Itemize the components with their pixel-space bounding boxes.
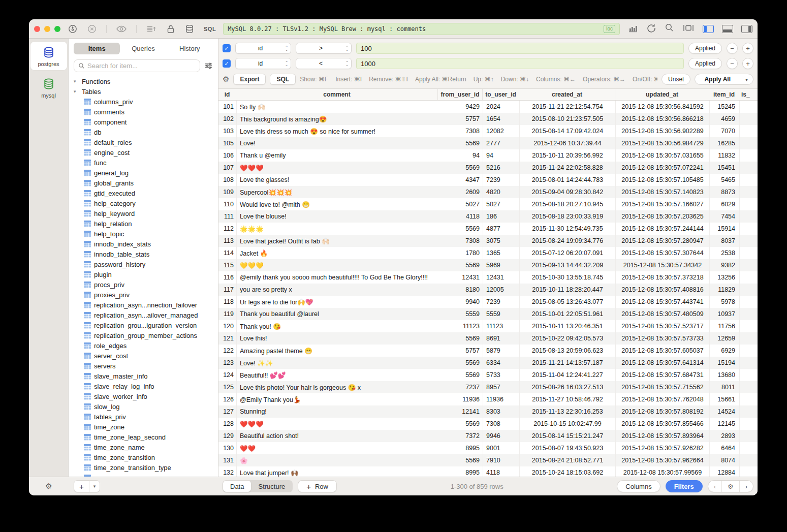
cell-updated-at[interactable]: 2015-12-08 15:30:57.203625 [615,210,709,223]
cell-item-id[interactable]: 6929 [709,345,739,357]
cell-to-user-id[interactable]: 94 [483,149,519,162]
table-tree-item[interactable]: procs_priv [69,279,218,290]
cell-item-id[interactable]: 11832 [709,149,739,162]
search-input[interactable] [87,62,196,70]
table-tree-item[interactable]: password_history [69,259,218,269]
cell-id[interactable]: 106 [218,149,236,162]
cell-comment[interactable]: 🌸 [236,454,438,466]
cell-from-user-id[interactable]: 7372 [438,430,483,442]
disconnect-icon[interactable] [87,24,97,34]
cell-created-at[interactable]: 2015-11-27 10:58:46.792 [519,393,615,405]
cell-is[interactable] [739,405,758,418]
cell-comment[interactable]: ❤️❤️ [236,442,438,454]
cell-created-at[interactable]: 2015-12-06 10:37:39.44 [519,137,615,149]
cell-created-at[interactable]: 2015-08-07 19:43:50.923 [519,442,615,454]
table-tree-item[interactable]: replication_asyn...ailover_managed [69,310,218,320]
table-tree-item[interactable]: help_keyword [69,208,218,218]
cell-created-at[interactable]: 2015-11-30 12:54:49.735 [519,223,615,235]
cell-comment[interactable]: This background is amazing😍 [236,113,438,125]
cell-is[interactable] [739,149,758,162]
cell-to-user-id[interactable]: 8691 [483,332,519,345]
cell-item-id[interactable]: 2893 [709,430,739,442]
cell-to-user-id[interactable]: 5559 [483,308,519,320]
cell-updated-at[interactable]: 2015-12-08 15:30:57.443741 [615,296,709,308]
chevron-down-icon[interactable]: ▾ [89,484,100,489]
cell-comment[interactable]: 🌟🌟🌟 [236,223,438,235]
preview-eye-icon[interactable] [116,24,127,34]
column-header-id[interactable]: id [218,89,236,100]
column-header-item-id[interactable]: item_id [709,89,739,100]
cell-updated-at[interactable]: 2015-12-08 15:30:57.307644 [615,247,709,259]
cell-created-at[interactable]: 2015-11-13 22:30:16.253 [519,405,615,418]
table-row[interactable]: 110 Would love to! @mith 😁 5027 5027 201… [218,198,758,210]
filter-operator-select[interactable]: < ⌃⌃ [296,58,352,69]
cell-id[interactable]: 110 [218,198,236,210]
cell-updated-at[interactable]: 2015-12-08 15:30:57.762048 [615,393,709,405]
cell-updated-at[interactable]: 2015-12-08 15:30:57.105485 [615,174,709,186]
cell-comment[interactable]: Love that jacket! Outfit is fab 🙌🏻 [236,235,438,247]
cell-id[interactable]: 125 [218,381,236,393]
cell-is[interactable] [739,454,758,466]
tab-history[interactable]: History [167,43,213,54]
center-panel-icon[interactable] [682,23,695,35]
cell-comment[interactable]: Love! ✨✨ [236,357,438,369]
columns-button[interactable]: Columns [617,480,660,492]
table-tree-item[interactable]: func [69,158,218,168]
search-icon[interactable] [665,23,674,35]
cell-to-user-id[interactable]: 2777 [483,137,519,149]
filter-value-input[interactable] [356,58,684,69]
cell-is[interactable] [739,357,758,369]
table-tree-item[interactable]: tables_priv [69,412,218,422]
cell-comment[interactable]: Stunning! [236,405,438,418]
cell-created-at[interactable]: 2015-10-22 09:42:05.573 [519,332,615,345]
cell-is[interactable] [739,381,758,393]
cell-id[interactable]: 115 [218,259,236,271]
cell-item-id[interactable]: 13256 [709,271,739,284]
chevron-down-icon[interactable]: ▾ [740,77,753,82]
cell-from-user-id[interactable]: 5569 [438,162,483,174]
tab-items[interactable]: Items [74,43,120,54]
cell-updated-at[interactable]: 2015-12-08 15:30:57.34342 [615,259,709,271]
table-tree-item[interactable]: innodb_index_stats [69,239,218,249]
cell-updated-at[interactable]: 2015-12-08 15:30:57.808192 [615,405,709,418]
cell-comment[interactable]: you are so pretty x [236,284,438,296]
connect-icon[interactable] [68,24,78,34]
sql-editor-icon[interactable]: SQL [204,26,216,32]
cell-is[interactable] [739,174,758,186]
cell-updated-at[interactable]: 2015-12-08 15:30:56.866218 [615,113,709,125]
cell-id[interactable]: 127 [218,405,236,418]
cell-comment[interactable]: Beautiful action shot! [236,430,438,442]
cell-created-at[interactable]: 2015-08-13 20:59:06.623 [519,345,615,357]
cell-item-id[interactable]: 13680 [709,369,739,381]
table-row[interactable]: 108 Love the glasses! 4347 7239 2015-08-… [218,174,758,186]
cell-from-user-id[interactable]: 5569 [438,369,483,381]
cell-updated-at[interactable]: 2015-12-08 15:30:57.373218 [615,271,709,284]
table-row[interactable]: 118 Ur legs are to die for🙌💖 9940 7239 2… [218,296,758,308]
table-tree-item[interactable]: replication_group_member_actions [69,330,218,340]
cell-to-user-id[interactable]: 1654 [483,113,519,125]
table-row[interactable]: 121 Love this! 5569 8691 2015-10-22 09:4… [218,332,758,345]
table-row[interactable]: 109 Supercool💥💥💥 2609 4820 2015-09-04 09… [218,186,758,198]
cell-comment[interactable]: Ur legs are to die for🙌💖 [236,296,438,308]
cell-created-at[interactable]: 2015-08-18 20:27:10.945 [519,198,615,210]
cell-updated-at[interactable]: 2015-12-08 15:30:57.99569 [615,466,709,477]
cell-created-at[interactable]: 2015-08-24 19:09:34.776 [519,235,615,247]
table-tree-item[interactable]: replication_asyn...nnection_failover [69,300,218,310]
cell-id[interactable]: 118 [218,296,236,308]
process-list-icon[interactable] [146,24,157,34]
add-row-button[interactable]: + Row [298,480,337,492]
table-row[interactable]: 131 🌸 5569 7910 2015-08-24 21:08:52.771 … [218,454,758,466]
cell-to-user-id[interactable]: 5216 [483,162,519,174]
filter-enabled-checkbox[interactable]: ✓ [223,44,231,52]
cell-updated-at[interactable]: 2015-12-08 15:30:57.280947 [615,235,709,247]
filter-column-select[interactable]: id ⌃⌃ [235,43,291,54]
database-icon[interactable] [184,24,195,34]
cell-is[interactable] [739,442,758,454]
cell-from-user-id[interactable]: 5757 [438,113,483,125]
cell-updated-at[interactable]: 2015-12-08 15:30:57.684731 [615,369,709,381]
cell-id[interactable]: 114 [218,247,236,259]
cell-updated-at[interactable]: 2015-12-08 15:30:57.244144 [615,223,709,235]
cell-updated-at[interactable]: 2015-12-08 15:30:57.573733 [615,332,709,345]
cell-created-at[interactable]: 2015-11-21 22:12:54.754 [519,101,615,113]
cell-to-user-id[interactable]: 12082 [483,125,519,137]
